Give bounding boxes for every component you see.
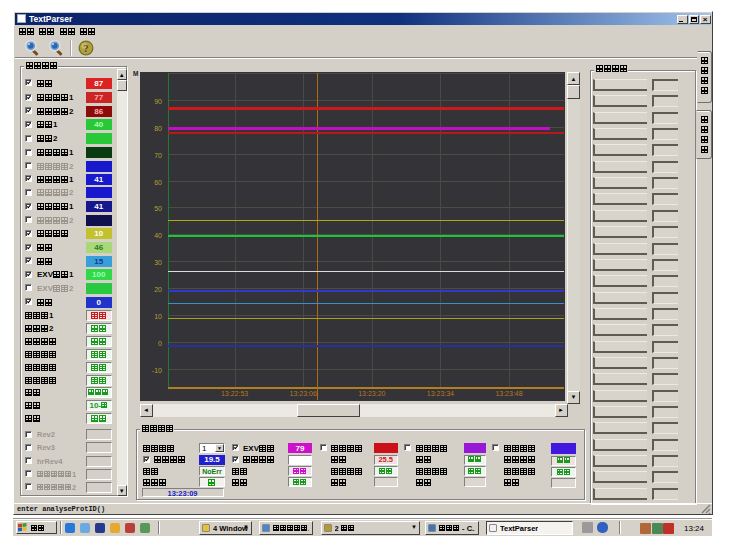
svg-text:?: ? [84, 43, 89, 54]
